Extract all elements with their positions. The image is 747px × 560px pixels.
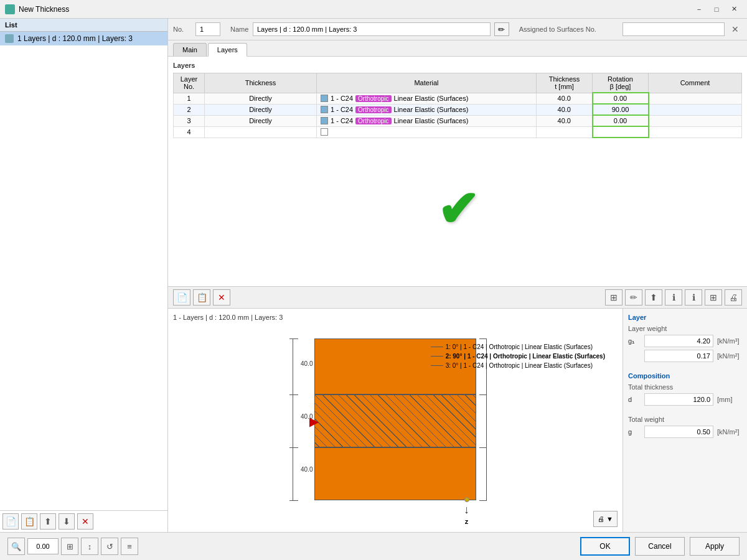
d-row: d 120.0 [mm] [628, 393, 742, 406]
g-label: g [628, 428, 641, 436]
sidebar-import-button[interactable]: ⬇ [59, 513, 75, 530]
cell-no: 1 [174, 93, 205, 104]
table-row[interactable]: 2 Directly 1 - C24 Orthotropic Linear El… [174, 104, 742, 115]
legend-line-2 [431, 356, 443, 357]
cell-thickness-val: 40.0 [537, 115, 593, 126]
mat-type: Linear Elastic (Surfaces) [394, 95, 469, 102]
mat-type: Linear Elastic (Surfaces) [394, 117, 469, 124]
axis-arrow-icon: ↓ [464, 503, 469, 516]
total-weight-section: Total weight g 0.50 [kN/m²] [628, 416, 742, 441]
g-row: g 0.50 [kN/m²] [628, 426, 742, 438]
bracket-bot [479, 500, 487, 501]
mat-color [321, 95, 328, 102]
name-edit-button[interactable]: ✏ [494, 22, 509, 36]
grid-button[interactable]: ⊞ [705, 289, 722, 306]
legend-text-2: 2: 90° | 1 - C24 | Orthotropic | Linear … [446, 353, 605, 360]
g-unit: [kN/m²] [717, 428, 742, 436]
mat-badge: Orthotropic [355, 95, 391, 102]
copy-row-button[interactable]: 📋 [193, 289, 210, 306]
col-header-no: LayerNo. [174, 73, 205, 93]
layer-box-2 [314, 394, 476, 447]
layer-icon [5, 34, 14, 43]
edit-button[interactable]: ✏ [625, 289, 642, 306]
cell-thickness-val [537, 126, 593, 138]
cell-rotation[interactable]: 0.00 [593, 115, 649, 126]
name-input[interactable] [253, 22, 491, 36]
cell-material: 1 - C24 Orthotropic Linear Elastic (Surf… [317, 115, 537, 126]
mat-badge: Orthotropic [355, 118, 391, 124]
add-row-button[interactable]: 📄 [173, 289, 190, 306]
rotate-button[interactable]: ↺ [101, 538, 118, 555]
viz-panel: 1 - Layers | d : 120.0 mm | Layers: 3 40… [168, 309, 622, 532]
maximize-button[interactable]: □ [708, 3, 725, 16]
d-unit: [mm] [717, 396, 742, 403]
coordinate-input[interactable] [27, 538, 59, 554]
mat-number: 1 - C24 [331, 95, 353, 102]
assigned-clear-button[interactable]: ✕ [728, 22, 742, 36]
sidebar-copy-button[interactable]: 📋 [21, 513, 37, 530]
print-small-button[interactable]: 🖨 [725, 289, 742, 306]
toolbar-right: ⊞ ✏ ⬆ ℹ ℹ ⊞ 🖨 [605, 289, 742, 306]
table-toolbar: 📄 📋 ✕ ⊞ ✏ ⬆ ℹ ℹ ⊞ 🖨 [168, 286, 747, 308]
assigned-field: Assigned to Surfaces No. ✕ [519, 22, 742, 36]
total-thickness-label: Total thickness [628, 383, 742, 391]
no-input[interactable] [195, 22, 220, 36]
sidebar-delete-button[interactable]: ✕ [77, 513, 93, 530]
cell-rotation[interactable]: 90.00 [593, 104, 649, 115]
mat-badge: Orthotropic [355, 106, 391, 113]
table-row: 4 [174, 126, 742, 138]
minimize-button[interactable]: − [691, 3, 707, 16]
z-axis: ↓ z [464, 497, 469, 525]
tick-mid [289, 394, 298, 395]
cell-no: 4 [174, 126, 205, 138]
search-button[interactable]: 🔍 [7, 538, 25, 555]
sidebar-header: List [0, 19, 167, 32]
tab-main[interactable]: Main [173, 43, 207, 56]
d-value: 120.0 [644, 393, 713, 406]
sidebar-export-button[interactable]: ⬆ [40, 513, 56, 530]
app-icon [5, 4, 15, 14]
settings-button[interactable]: ≡ [121, 538, 138, 555]
assigned-value [622, 22, 725, 36]
legend-text-3: 3: 0° | 1 - C24 | Orthotropic | Linear E… [446, 362, 593, 369]
viz-print-button[interactable]: 🖨 ▼ [593, 511, 618, 527]
bottom-split: 1 - Layers | d : 120.0 mm | Layers: 3 40… [168, 308, 747, 532]
col-header-material: Material [317, 73, 537, 93]
legend-text-1: 1: 0° | 1 - C24 | Orthotropic | Linear E… [446, 343, 593, 350]
cell-comment [649, 93, 742, 104]
tick-bot [289, 447, 298, 448]
cell-rotation[interactable] [593, 126, 649, 138]
axis-z-label: z [465, 518, 469, 525]
no-label: No. [173, 26, 192, 33]
import-button[interactable]: ⬆ [645, 289, 662, 306]
info-button-2[interactable]: ℹ [685, 289, 702, 306]
sidebar-add-button[interactable]: 📄 [2, 513, 19, 530]
delete-row-button[interactable]: ✕ [213, 289, 230, 306]
mat-color [321, 117, 328, 124]
info-button-1[interactable]: ℹ [665, 289, 682, 306]
checkmark-icon: ✔ [437, 185, 479, 235]
left-sidebar: List 1 Layers | d : 120.0 mm | Layers: 3… [0, 19, 168, 532]
table-view-button[interactable]: ⊞ [605, 289, 622, 306]
cell-thickness: Directly [205, 93, 317, 104]
g2-unit: [kN/m²] [717, 352, 742, 360]
snap-button[interactable]: ↕ [81, 538, 98, 555]
apply-button[interactable]: Apply [690, 537, 740, 556]
main-content: No. Name ✏ Assigned to Surfaces No. ✕ Ma… [168, 19, 747, 532]
table-row[interactable]: 3 Directly 1 - C24 Orthotropic Linear El… [174, 115, 742, 126]
cancel-button[interactable]: Cancel [635, 537, 685, 556]
close-button[interactable]: ✕ [726, 3, 742, 16]
cell-thickness [205, 126, 317, 138]
window-title: New Thickness [19, 5, 691, 14]
sidebar-item[interactable]: 1 Layers | d : 120.0 mm | Layers: 3 [0, 32, 167, 45]
table-row[interactable]: 1 Directly 1 - C24 Orthotropic Linear El… [174, 93, 742, 104]
legend-row-2: 2: 90° | 1 - C24 | Orthotropic | Linear … [431, 353, 605, 360]
grid-toggle-button[interactable]: ⊞ [61, 538, 78, 555]
tick-top [289, 338, 298, 339]
tab-layers[interactable]: Layers [208, 43, 247, 57]
dim-3: 40.0 [301, 466, 312, 473]
cell-rotation[interactable]: 0.00 [593, 93, 649, 104]
content-panel: Layers LayerNo. Thickness Material Thick… [168, 57, 747, 286]
cell-thickness: Directly [205, 104, 317, 115]
ok-button[interactable]: OK [580, 537, 630, 556]
